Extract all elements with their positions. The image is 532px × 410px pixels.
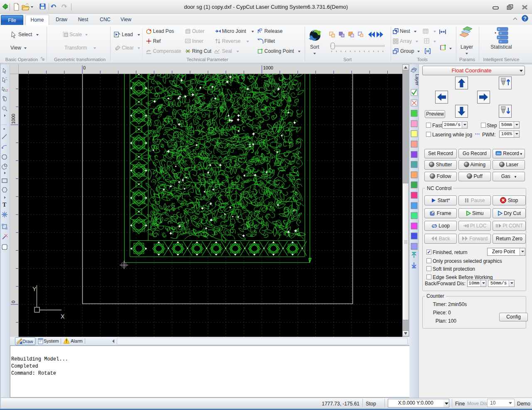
svg-text:0: 0 <box>11 301 16 303</box>
svg-text:!: ! <box>66 339 67 343</box>
svg-text:?: ? <box>523 16 526 22</box>
svg-text:X: X <box>61 313 65 320</box>
